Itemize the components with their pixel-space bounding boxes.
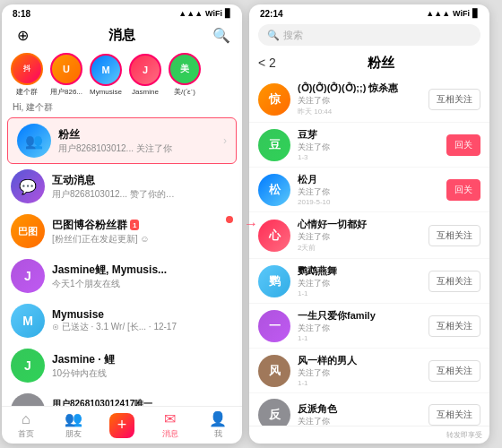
msg-avatar-interactive: 💬 [11,169,45,203]
follow-btn-6[interactable]: 互相关注 [428,360,480,382]
fan-action-1: 关注了你 [298,142,439,153]
profile-icon: 👤 [209,410,227,427]
nav-home[interactable]: ⌂ 首页 [2,411,50,440]
story-2[interactable]: J Jasmine [129,54,161,96]
story-label-0: 用户826... [50,87,82,97]
follow-btn-4[interactable]: 互相关注 [428,271,480,292]
msg-text-interactive: 用户8268103012... 赞了你的作品 [52,188,177,201]
msg-content-group: 巴图博谷粉丝群 1 [粉丝们正在发起更新] ☺ [52,218,233,246]
follow-btn-2[interactable]: 回关 [446,179,480,201]
msg-item-interactive[interactable]: 💬 互动消息 用户8268103012... 赞了你的作品 [2,164,242,209]
msg-name-interactive: 互动消息 [52,173,233,188]
story-avatar-0: U [50,53,82,85]
watermark-text: 转发即享受 [446,430,482,440]
right-signal: ▲▲▲ WiFi ▊ [426,9,479,18]
msg-avatar-jasmine: J [11,349,45,383]
fan-item-0[interactable]: 惊 (Ô̈)(Ô̈)(Ô̈)(Ô̈);;) 惊杀惠 关注了你 昨天 10:44 … [249,76,489,123]
home-icon: ⌂ [22,411,30,427]
fan-time-6: 1-1 [298,379,421,387]
story-avatar-3: 美 [169,53,201,85]
nav-friends[interactable]: 👥 朋友 [50,410,99,440]
fans-list: 惊 (Ô̈)(Ô̈)(Ô̈)(Ô̈);;) 惊杀惠 关注了你 昨天 10:44 … [249,76,489,426]
story-0[interactable]: U 用户826... [50,53,82,97]
fan-name-5: 一生只爱你family [298,309,421,323]
fan-item-7[interactable]: 反 反派角色 关注了你 互相关注 [249,393,489,426]
fan-item-3[interactable]: 心 心情好一切都好 关注了你 2天前 互相关注 [249,212,489,259]
left-time: 8:18 [13,9,30,19]
msg-name-fans: 粉丝 [58,127,216,142]
follow-btn-5[interactable]: 互相关注 [428,315,480,337]
msg-item-user826[interactable]: U 用户8268103012417唯一 在线 [2,388,242,406]
message-list[interactable]: 👥 粉丝 用户8268103012... 关注了你 › 💬 互动消息 用户826… [2,117,242,406]
story-3[interactable]: 美 美/(ˊε`) [169,53,201,97]
fan-name-6: 风一样的男人 [298,354,421,367]
fan-item-1[interactable]: 豆 豆芽 关注了你 1-3 回关 [249,123,489,168]
msg-name-jasmine: Jasmine · 鲤 [52,352,233,367]
unread-badge [226,216,233,223]
fan-item-6[interactable]: 风 风一样的男人 关注了你 1-1 互相关注 [249,349,489,393]
msg-item-mymusise[interactable]: M Mymusise ⊙ 已送达 · 3.1 Wr/ [长... · 12-17 [2,298,242,343]
fan-avatar-0: 惊 [258,83,290,116]
msg-item-jasmine[interactable]: J Jasmine · 鲤 10分钟内在线 [2,343,242,388]
right-phone: 22:14 ▲▲▲ WiFi ▊ 🔍 搜索 < 2 粉丝 惊 [249,4,489,444]
msg-content-interactive: 互动消息 用户8268103012... 赞了你的作品 [52,173,233,201]
msg-item-fans[interactable]: 👥 粉丝 用户8268103012... 关注了你 › [7,117,237,164]
fan-info-3: 心情好一切都好 关注了你 2天前 [298,218,421,253]
fan-item-4[interactable]: 鹦 鹦鹉燕舞 关注了你 1-1 互相关注 [249,259,489,304]
nav-profile[interactable]: 👤 我 [194,410,242,440]
right-status-bar: 22:14 ▲▲▲ WiFi ▊ [249,4,489,22]
story-avatar-1: M [90,54,122,86]
search-placeholder: 搜索 [283,29,303,42]
story-avatar-2: J [129,54,161,86]
msg-name-mymusise: Mymusise [52,308,233,321]
msg-avatar-fans: 👥 [17,124,51,158]
group-tag: 1 [130,220,139,230]
search-icon[interactable]: 🔍 [212,25,231,45]
fan-item-2[interactable]: 松 松月 关注了你 2019-5-10 回关 [249,168,489,212]
fan-action-5: 关注了你 [298,323,421,334]
msg-text-mymusise: ⊙ 已送达 · 3.1 Wr/ [长... · 12-17 [52,321,177,333]
nav-messages[interactable]: ✉ 消息 [146,410,195,440]
fan-time-0: 昨天 10:44 [298,107,421,116]
chevron-fans: › [223,134,227,147]
msg-content-fans: 粉丝 用户8268103012... 关注了你 [58,127,216,155]
transition-arrow: → [244,216,258,232]
fan-avatar-6: 风 [258,355,290,387]
follow-btn-0[interactable]: 互相关注 [428,89,480,110]
fan-info-4: 鹦鹉燕舞 关注了你 1-1 [298,264,421,297]
msg-content-mymusise: Mymusise ⊙ 已送达 · 3.1 Wr/ [长... · 12-17 [52,308,233,333]
story-1[interactable]: M Mymusise [90,54,122,96]
story-avatar-special: 抖 [11,53,43,85]
fan-name-7: 反派角色 [298,402,421,416]
left-status-bar: 8:18 ▲▲▲ WiFi ▊ [2,4,242,22]
add-icon[interactable]: + [109,413,134,438]
fan-action-3: 关注了你 [298,231,421,243]
fan-name-1: 豆芽 [298,128,439,142]
story-special[interactable]: 抖 建个群 [11,53,43,97]
fan-action-6: 关注了你 [298,367,421,379]
search-icon-right: 🔍 [267,30,280,41]
nav-add[interactable]: + [98,413,146,438]
back-button[interactable]: < 2 [258,56,276,70]
story-label-1: Mymusise [90,88,122,96]
follow-btn-7[interactable]: 互相关注 [428,404,480,426]
msg-item-jasmine-group[interactable]: J Jasmine鲤, Mymusis... 今天1个朋友在线 [2,254,242,298]
fan-time-5: 1-1 [298,334,421,342]
watermark-bar: 转发即享受 [249,426,489,444]
nav-friends-label: 朋友 [65,428,82,440]
story-label-special: 建个群 [16,87,38,97]
search-bar[interactable]: 🔍 搜索 [258,24,480,46]
fan-item-5[interactable]: 一 一生只爱你family 关注了你 1-1 互相关注 [249,304,489,349]
fan-time-4: 1-1 [298,289,421,297]
fan-info-6: 风一样的男人 关注了你 1-1 [298,354,421,387]
nav-messages-label: 消息 [162,428,178,440]
msg-item-group[interactable]: 巴图 巴图博谷粉丝群 1 [粉丝们正在发起更新] ☺ [2,209,242,254]
fan-info-5: 一生只爱你family 关注了你 1-1 [298,309,421,342]
add-group-icon[interactable]: ⊕ [13,25,32,45]
fan-time-1: 1-3 [298,153,439,161]
follow-btn-3[interactable]: 互相关注 [428,225,480,246]
follow-btn-1[interactable]: 回关 [446,134,480,156]
msg-name-user826: 用户8268103012417唯一 [52,398,233,406]
left-header-title: 消息 [32,27,212,44]
msg-avatar-user826: U [11,393,45,406]
